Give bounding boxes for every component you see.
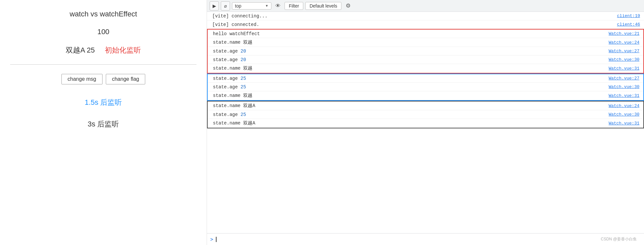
log-link[interactable]: Watch.vue:31 [609, 66, 639, 71]
no-button[interactable]: ⌀ [221, 1, 230, 11]
log-link[interactable]: client:46 [617, 22, 640, 27]
chevron-down-icon: ▼ [265, 4, 268, 8]
console-cursor [216, 237, 217, 242]
log-row: state.name 双越 Watch.vue:24 [208, 38, 643, 47]
levels-button[interactable]: Default levels [305, 2, 341, 10]
play-button[interactable]: ▶ [210, 1, 219, 11]
page-title: watch vs watchEffect [70, 10, 137, 18]
console-prompt-icon: > [210, 236, 213, 242]
button-group: change msg change flag [61, 74, 146, 84]
log-link[interactable]: Watch.vue:27 [609, 49, 639, 54]
log-text: state.age 20 [213, 49, 602, 54]
log-text: state.age 25 [213, 76, 602, 81]
log-link[interactable]: client:19 [617, 13, 640, 18]
log-link[interactable]: Watch.vue:24 [609, 103, 639, 108]
log-row: state.name 双越 Watch.vue:31 [208, 64, 643, 73]
state-row: 双越A 25 初始化监听 [66, 45, 141, 55]
divider [10, 64, 196, 65]
state-label: 双越A 25 [66, 45, 95, 55]
log-text: [vite] connected. [212, 22, 610, 27]
log-text: state.age 20 [213, 57, 602, 62]
console-toolbar: ▶ ⌀ top ▼ 👁 Filter Default levels ⚙ [207, 0, 644, 12]
context-label: top [235, 3, 264, 9]
log-row: state.age 20 Watch.vue:27 [208, 47, 643, 56]
log-text: hello watchEffect [213, 31, 602, 36]
console-input-row[interactable]: > CSDN @姜香小白鱼 [207, 233, 644, 245]
annotation-red: 初始化监听 [105, 45, 141, 55]
log-text: state.age 25 [213, 84, 602, 90]
annotation-dark: 3s 后监听 [88, 119, 119, 129]
log-row: state.age 25 Watch.vue:30 [208, 83, 643, 91]
log-row: [vite] connected. client:46 [207, 20, 644, 29]
change-msg-button[interactable]: change msg [61, 74, 103, 84]
log-link[interactable]: Watch.vue:24 [609, 40, 639, 45]
log-row: [vite] connecting... client:19 [207, 12, 644, 20]
log-row: hello watchEffect Watch.vue:21 [208, 30, 643, 38]
log-link[interactable]: Watch.vue:30 [609, 112, 639, 117]
log-group-dark: state.name 双越A Watch.vue:24 state.age 25… [207, 101, 644, 128]
log-row: state.age 25 Watch.vue:30 [208, 110, 643, 119]
annotation-blue-row: 1.5s 后监听 [85, 98, 122, 107]
eye-button[interactable]: 👁 [273, 1, 283, 11]
settings-gear-icon[interactable]: ⚙ [343, 1, 353, 11]
log-row: state.name 双越 Watch.vue:31 [208, 91, 643, 100]
log-link[interactable]: Watch.vue:30 [609, 57, 639, 62]
annotation-blue: 1.5s 后监听 [85, 98, 122, 107]
log-row: state.age 25 Watch.vue:27 [208, 74, 643, 83]
filter-button[interactable]: Filter [285, 2, 303, 10]
change-flag-button[interactable]: change flag [106, 74, 146, 84]
log-link[interactable]: Watch.vue:30 [609, 84, 639, 89]
log-row: state.name 双越A Watch.vue:24 [208, 101, 643, 110]
log-group-red: hello watchEffect Watch.vue:21 state.nam… [207, 29, 644, 74]
log-text: state.name 双越 [213, 65, 602, 71]
log-text: state.name 双越A [213, 103, 602, 109]
log-group-blue: state.age 25 Watch.vue:27 state.age 25 W… [207, 74, 644, 101]
log-link[interactable]: Watch.vue:31 [609, 93, 639, 98]
log-text: state.name 双越A [213, 120, 602, 126]
log-row: state.age 20 Watch.vue:30 [208, 56, 643, 64]
context-selector[interactable]: top ▼ [232, 2, 271, 10]
log-text: [vite] connecting... [212, 13, 610, 19]
log-text: state.age 25 [213, 112, 602, 117]
left-panel: watch vs watchEffect 100 双越A 25 初始化监听 ch… [0, 0, 207, 245]
log-link[interactable]: Watch.vue:21 [609, 31, 639, 36]
value-display: 100 [97, 28, 109, 36]
console-log-area[interactable]: [vite] connecting... client:19 [vite] co… [207, 12, 644, 233]
log-text: state.name 双越 [213, 93, 602, 99]
devtools-console: ▶ ⌀ top ▼ 👁 Filter Default levels ⚙ [vit… [207, 0, 644, 245]
log-row: state.name 双越A Watch.vue:31 [208, 119, 643, 128]
log-text: state.name 双越 [213, 39, 602, 45]
log-link[interactable]: Watch.vue:31 [609, 121, 639, 126]
annotation-dark-row: 3s 后监听 [88, 119, 119, 129]
watermark-text: CSDN @姜香小白鱼 [597, 235, 641, 243]
log-link[interactable]: Watch.vue:27 [609, 76, 639, 81]
